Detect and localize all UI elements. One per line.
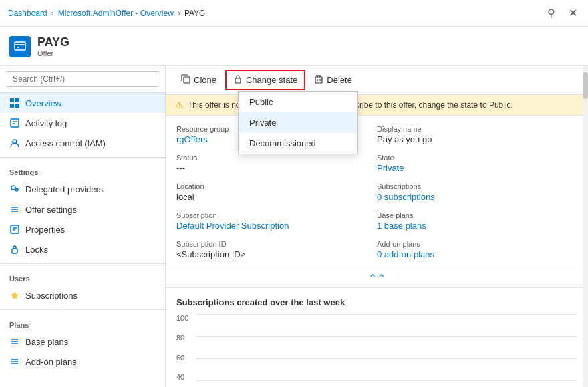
sidebar-item-locks[interactable]: Locks xyxy=(0,239,165,259)
offer-settings-icon xyxy=(9,204,20,215)
activity-log-icon xyxy=(9,118,20,128)
svg-marker-21 xyxy=(11,291,19,299)
scroll-thumb xyxy=(583,72,588,99)
addon-plans-item: Add-on plans 0 add-on plans xyxy=(377,240,577,259)
location-label: Location xyxy=(176,182,377,190)
display-name-item: Display name Pay as you go xyxy=(377,125,577,144)
offer-icon xyxy=(9,36,31,57)
display-name-label: Display name xyxy=(377,125,577,133)
sidebar-item-delegated-providers[interactable]: Delegated providers xyxy=(0,179,165,199)
chart-line-1 xyxy=(196,314,577,315)
sidebar-divider-3 xyxy=(0,309,165,310)
sidebar-overview-label: Overview xyxy=(25,98,61,108)
overview-icon xyxy=(9,98,20,108)
clone-label: Clone xyxy=(194,75,216,85)
location-value: local xyxy=(176,192,377,202)
sidebar: Overview Activity log Access control (IA… xyxy=(0,66,166,387)
pin-icon[interactable]: ⚲ xyxy=(545,4,558,22)
svg-rect-28 xyxy=(184,77,190,83)
chart-title: Subscriptions created over the last week xyxy=(176,297,577,307)
breadcrumb-overview[interactable]: Microsoft.AdminOffer - Overview xyxy=(58,9,174,18)
chart-line-2 xyxy=(196,336,577,337)
subscription-id-item: Subscription ID <Subscription ID> xyxy=(176,240,377,259)
subscription-id-label: Subscription ID xyxy=(176,240,377,248)
svg-rect-30 xyxy=(315,77,322,83)
chart-y-labels: 100 80 60 40 xyxy=(176,314,188,381)
plans-section-label: Plans xyxy=(0,314,165,332)
subscriptions-label: Subscriptions xyxy=(377,182,577,190)
sidebar-item-subscriptions[interactable]: Subscriptions xyxy=(0,285,165,305)
sidebar-search-container xyxy=(0,66,165,93)
sidebar-offer-settings-label: Offer settings xyxy=(25,205,77,215)
delete-label: Delete xyxy=(327,75,352,85)
page-subtitle: Offer xyxy=(37,49,69,57)
sidebar-item-access-control[interactable]: Access control (IAM) xyxy=(0,133,165,153)
svg-rect-5 xyxy=(10,104,14,108)
change-state-button[interactable]: Change state xyxy=(225,70,305,90)
dropdown-item-private[interactable]: Private xyxy=(239,112,357,133)
breadcrumb-dashboard[interactable]: Dashboard xyxy=(8,9,47,18)
top-bar: Dashboard › Microsoft.AdminOffer - Overv… xyxy=(0,0,588,27)
delegated-providers-icon xyxy=(9,184,20,195)
sidebar-addon-plans-label: Add-on plans xyxy=(25,357,77,367)
chart-section: Subscriptions created over the last week… xyxy=(166,287,588,387)
status-item: Status --- xyxy=(176,154,377,173)
delete-icon xyxy=(314,74,323,86)
content-area: Clone Change state Delete ⚠ This offer i… xyxy=(166,66,588,387)
addon-plans-label: Add-on plans xyxy=(377,240,577,248)
subscription-item: Subscription Default Provider Subscripti… xyxy=(176,211,377,231)
sidebar-access-label: Access control (IAM) xyxy=(25,138,106,148)
chart-y-60: 60 xyxy=(176,354,188,362)
sidebar-base-plans-label: Base plans xyxy=(25,337,68,347)
svg-rect-17 xyxy=(11,225,19,233)
svg-rect-3 xyxy=(10,98,14,102)
properties-icon xyxy=(9,224,20,235)
chart-line-4 xyxy=(196,380,577,381)
locks-icon xyxy=(9,244,20,255)
location-item: Location local xyxy=(176,182,377,202)
sidebar-activity-label: Activity log xyxy=(25,118,67,128)
svg-rect-4 xyxy=(15,98,19,102)
chart-y-40: 40 xyxy=(176,373,188,381)
base-plans-value[interactable]: 1 base plans xyxy=(377,221,577,231)
header-panel: PAYG Offer xyxy=(0,27,588,66)
close-icon[interactable]: ✕ xyxy=(566,4,580,22)
status-label: Status xyxy=(176,154,377,162)
subscription-value[interactable]: Default Provider Subscription xyxy=(176,221,377,231)
dropdown-item-public[interactable]: Public xyxy=(239,92,357,112)
sidebar-properties-label: Properties xyxy=(25,225,65,235)
collapse-button[interactable]: ⌃⌃ xyxy=(368,272,386,285)
sidebar-locks-label: Locks xyxy=(25,245,48,255)
sidebar-item-activity-log[interactable]: Activity log xyxy=(0,113,165,133)
search-input[interactable] xyxy=(7,71,158,87)
scroll-track[interactable] xyxy=(583,66,588,387)
breadcrumb-current: PAYG xyxy=(184,9,206,18)
sidebar-divider-1 xyxy=(0,157,165,158)
main-layout: Overview Activity log Access control (IA… xyxy=(0,66,588,387)
sidebar-item-properties[interactable]: Properties xyxy=(0,219,165,239)
sidebar-item-overview[interactable]: Overview xyxy=(0,93,165,113)
sidebar-item-offer-settings[interactable]: Offer settings xyxy=(0,199,165,219)
svg-rect-20 xyxy=(12,249,17,253)
chart-y-100: 100 xyxy=(176,314,188,322)
sidebar-item-base-plans[interactable]: Base plans xyxy=(0,332,165,352)
breadcrumb: Dashboard › Microsoft.AdminOffer - Overv… xyxy=(8,9,205,18)
base-plans-item: Base plans 1 base plans xyxy=(377,211,577,231)
subscriptions-value[interactable]: 0 subscriptions xyxy=(377,192,577,202)
sidebar-item-addon-plans[interactable]: Add-on plans xyxy=(0,352,165,372)
change-state-label: Change state xyxy=(246,75,297,85)
warning-icon: ⚠ xyxy=(175,100,184,110)
subscription-label: Subscription xyxy=(176,211,377,219)
clone-button[interactable]: Clone xyxy=(174,70,224,90)
svg-rect-6 xyxy=(15,104,19,108)
addon-plans-value[interactable]: 0 add-on plans xyxy=(377,249,577,259)
base-plans-icon xyxy=(9,336,20,347)
chart-y-80: 80 xyxy=(176,334,188,342)
state-value[interactable]: Private xyxy=(377,163,577,173)
dropdown-menu: Public Private Decommissioned xyxy=(238,91,358,154)
lock-icon xyxy=(233,74,243,86)
dropdown-item-decommissioned[interactable]: Decommissioned xyxy=(239,133,357,154)
delete-button[interactable]: Delete xyxy=(307,70,359,90)
display-name-value: Pay as you go xyxy=(377,134,577,144)
details-grid: Resource group rgOffers Display name Pay… xyxy=(166,116,588,269)
